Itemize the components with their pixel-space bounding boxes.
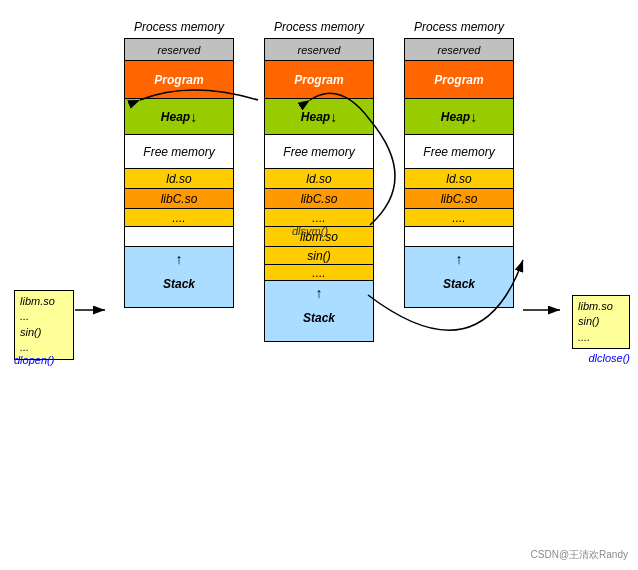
col3-free: Free memory <box>405 135 513 169</box>
col3-diagram: reserved Program Heap↓ Free memory ld.so… <box>404 38 514 308</box>
col2-title: Process memory <box>274 20 364 34</box>
col1-free: Free memory <box>125 135 233 169</box>
col1-heap: Heap↓ <box>125 99 233 135</box>
col2-reserved: reserved <box>265 39 373 61</box>
col3-title: Process memory <box>414 20 504 34</box>
dlclose-label: dlclose() <box>588 352 630 364</box>
col2-stack: ↑ Stack <box>265 281 373 341</box>
col1-title: Process memory <box>134 20 224 34</box>
col1-float-sin: sin() <box>20 325 68 340</box>
col3-dots: .... <box>405 209 513 227</box>
col1-spacer <box>125 227 233 247</box>
col1-libcso: libC.so <box>125 189 233 209</box>
col3-reserved: reserved <box>405 39 513 61</box>
memory-column-1: Process memory reserved Program Heap↓ Fr… <box>124 20 234 308</box>
col1-floating-box: libm.so ... sin() ... <box>14 290 74 360</box>
col1-float-dots: ... <box>20 309 68 324</box>
memory-column-3: Process memory reserved Program Heap↓ Fr… <box>404 20 514 308</box>
col3-stack: ↑ Stack <box>405 247 513 307</box>
col3-floating-box: libm.so sin() .... <box>572 295 630 349</box>
col3-float-libm: libm.so <box>578 299 624 314</box>
col1-program: Program <box>125 61 233 99</box>
col2-diagram: reserved Program Heap↓ Free memory ld.so… <box>264 38 374 342</box>
memory-column-2: Process memory reserved Program Heap↓ Fr… <box>264 20 374 342</box>
col3-float-dots: .... <box>578 330 624 345</box>
col3-program: Program <box>405 61 513 99</box>
col1-float-libm: libm.so <box>20 294 68 309</box>
col1-diagram: reserved Program Heap↓ Free memory ld.so… <box>124 38 234 308</box>
dlopen-label: dlopen() <box>14 354 54 366</box>
col2-program: Program <box>265 61 373 99</box>
col2-sin: sin() <box>265 247 373 265</box>
col1-reserved: reserved <box>125 39 233 61</box>
watermark: CSDN@王清欢Randy <box>531 548 628 562</box>
col3-ldso: ld.so <box>405 169 513 189</box>
col3-libcso: libC.so <box>405 189 513 209</box>
col2-libcso: libC.so <box>265 189 373 209</box>
col1-ldso: ld.so <box>125 169 233 189</box>
col2-ldso: ld.so <box>265 169 373 189</box>
col2-free: Free memory <box>265 135 373 169</box>
col1-stack: ↑ Stack <box>125 247 233 307</box>
dlsym-label: dlsym() <box>292 225 328 237</box>
col3-float-sin: sin() <box>578 314 624 329</box>
col3-heap: Heap↓ <box>405 99 513 135</box>
col3-spacer <box>405 227 513 247</box>
col2-dotsin: .... <box>265 265 373 281</box>
col1-dots: .... <box>125 209 233 227</box>
col2-heap: Heap↓ <box>265 99 373 135</box>
